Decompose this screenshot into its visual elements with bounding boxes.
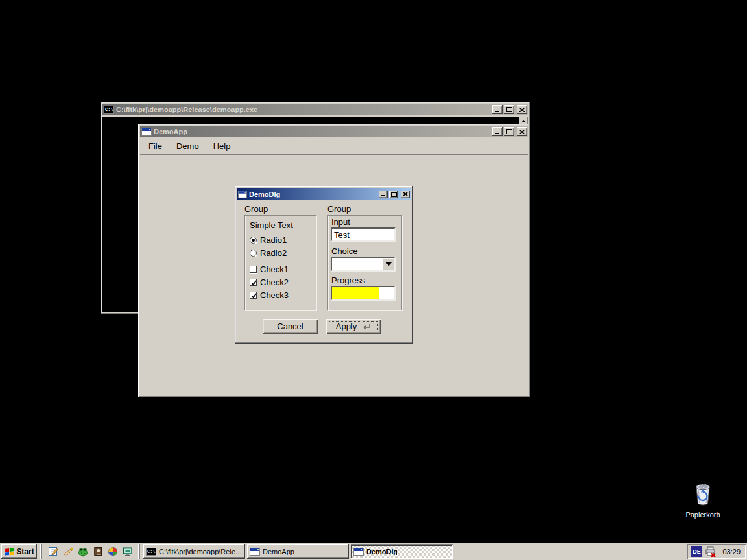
windows-logo-icon: [4, 547, 15, 557]
minimize-icon: [495, 130, 500, 134]
quicklaunch-button-5[interactable]: [105, 544, 120, 559]
close-button[interactable]: [517, 105, 527, 114]
checkbox-check3[interactable]: Check3: [250, 290, 289, 300]
close-icon: [403, 192, 408, 196]
taskbar: Start: [0, 542, 747, 560]
taskbar-divider[interactable]: [138, 544, 140, 559]
checkbox-icon[interactable]: [250, 292, 257, 299]
maximize-button[interactable]: [504, 105, 514, 114]
radio-option-radio1[interactable]: Radio1: [250, 235, 287, 245]
progress-fill: [332, 287, 379, 299]
choice-label: Choice: [331, 246, 357, 256]
radio-icon[interactable]: [250, 237, 257, 244]
start-button[interactable]: Start: [1, 544, 37, 559]
taskbar-button-demoapp[interactable]: DemoApp: [247, 544, 349, 559]
right-group-label: Group: [327, 204, 351, 214]
tray-clock[interactable]: 03:29: [720, 548, 741, 555]
dialog-titlebar[interactable]: DemoDlg: [237, 188, 411, 200]
taskbar-button-console[interactable]: C:\ C:\fltk\prj\demoapp\Rele...: [143, 544, 245, 559]
quicklaunch-button-3[interactable]: [75, 544, 90, 559]
dialog-title: DemoDlg: [249, 191, 379, 198]
minimize-icon: [495, 108, 500, 112]
quicklaunch-button-1[interactable]: [45, 544, 60, 559]
checkbox-icon[interactable]: [250, 279, 257, 286]
maximize-button[interactable]: [504, 127, 514, 136]
window-icon: [141, 128, 152, 136]
maximize-icon: [506, 129, 512, 134]
window-icon: [238, 191, 247, 198]
notes-icon: [48, 546, 58, 557]
maximize-icon: [391, 192, 397, 197]
system-tray: DE 03:29: [687, 544, 746, 559]
radio-icon[interactable]: [250, 250, 257, 257]
choice-arrow-button[interactable]: [383, 258, 394, 270]
recycle-bin-label: Papierkorb: [678, 511, 728, 519]
quick-launch-bar: [45, 544, 135, 559]
taskbar-button-demodlg[interactable]: DemoDlg: [351, 544, 453, 559]
window-icon: [250, 548, 260, 556]
quicklaunch-button-4[interactable]: [90, 544, 105, 559]
progress-label: Progress: [331, 275, 365, 285]
close-icon: [519, 130, 525, 134]
minimize-icon: [381, 192, 386, 196]
app-title: DemoApp: [154, 128, 492, 135]
frog-icon: [78, 546, 88, 557]
apply-button[interactable]: Apply: [326, 319, 381, 334]
console-title: C:\fltk\prj\demoapp\Release\demoapp.exe: [116, 106, 492, 113]
recycle-bin-icon: [691, 481, 715, 507]
quicklaunch-button-6[interactable]: [120, 544, 135, 559]
close-icon: [519, 108, 525, 112]
choice-dropdown[interactable]: [331, 257, 396, 272]
address-book-icon: [93, 546, 103, 557]
checkbox-check2[interactable]: Check2: [250, 277, 289, 287]
maximize-icon: [506, 107, 512, 112]
minimize-button[interactable]: [492, 105, 503, 114]
simple-text-label: Simple Text: [250, 220, 293, 230]
printer-error-icon[interactable]: [705, 546, 717, 557]
enter-key-icon: [362, 323, 371, 330]
checkbox-icon[interactable]: [250, 266, 257, 273]
start-label: Start: [16, 547, 34, 556]
remote-desktop-icon: [123, 546, 133, 557]
window-icon: [353, 548, 364, 556]
input-label: Input: [331, 217, 350, 227]
keyboard-layout-indicator[interactable]: DE: [691, 546, 702, 557]
right-groupbox: Input Choice Progress: [327, 215, 402, 310]
chevron-down-icon: [386, 262, 392, 266]
demo-dialog: DemoDlg Group Simple Text Radio1 Radio: [235, 186, 413, 344]
close-button[interactable]: [517, 127, 527, 136]
maximize-button[interactable]: [389, 191, 398, 198]
left-groupbox: Simple Text Radio1 Radio2 Check1 Check2: [244, 215, 316, 310]
cancel-button[interactable]: Cancel: [263, 319, 318, 334]
minimize-button[interactable]: [379, 191, 388, 198]
close-button[interactable]: [401, 191, 410, 198]
checkbox-check1[interactable]: Check1: [250, 264, 289, 274]
menu-demo[interactable]: Demo: [173, 140, 202, 152]
console-titlebar[interactable]: C:\ C:\fltk\prj\demoapp\Release\demoapp.…: [102, 104, 528, 115]
media-player-icon: [108, 546, 118, 557]
menu-file[interactable]: File: [145, 140, 165, 152]
menu-help[interactable]: Help: [210, 140, 234, 152]
quicklaunch-button-2[interactable]: [60, 544, 75, 559]
hand-pen-icon: [63, 546, 73, 557]
console-icon: C:\: [104, 106, 114, 114]
console-icon: C:\: [146, 548, 156, 556]
app-titlebar[interactable]: DemoApp: [140, 126, 528, 137]
scroll-up-arrow-icon: [521, 120, 526, 122]
recycle-bin[interactable]: Papierkorb: [678, 481, 728, 519]
input-field[interactable]: [331, 228, 396, 242]
app-menubar: File Demo Help: [140, 138, 528, 155]
left-group-label: Group: [244, 204, 268, 214]
radio-option-radio2[interactable]: Radio2: [250, 248, 287, 258]
progress-bar: [331, 286, 396, 301]
minimize-button[interactable]: [492, 127, 503, 136]
taskbar-divider[interactable]: [40, 544, 42, 559]
